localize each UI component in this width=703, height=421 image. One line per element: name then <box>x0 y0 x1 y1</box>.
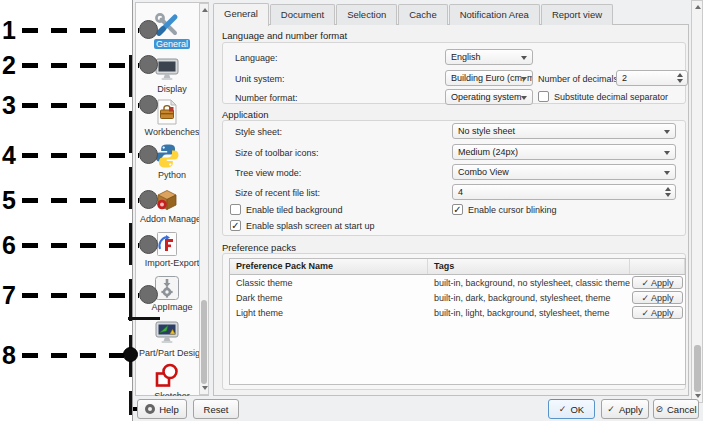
help-icon <box>145 404 155 414</box>
annotation-line <box>22 63 139 68</box>
annotation-dot <box>139 20 158 39</box>
enable-tiled-background-label: Enable tiled background <box>246 205 343 215</box>
col-header-action[interactable] <box>630 259 685 274</box>
cancel-button[interactable]: ⊘Cancel <box>653 399 699 419</box>
annotation-dot <box>123 347 138 362</box>
substitute-decimal-separator-label: Substitute decimal separator <box>554 92 668 102</box>
tree-view-mode-dropdown[interactable]: Combo View <box>452 164 676 180</box>
style-sheet-label: Style sheet: <box>235 127 282 137</box>
table-row[interactable]: Dark theme built-in, dark, background, s… <box>230 290 685 305</box>
table-row[interactable]: Classic theme built-in, background, no s… <box>230 275 685 290</box>
apply-pack-button[interactable]: ✓Apply <box>632 276 683 289</box>
apply-button[interactable]: ✓Apply <box>601 399 649 419</box>
toolbar-icon-size-label: Size of toolbar icons: <box>235 148 319 158</box>
sidebar-scrollbar-handle[interactable] <box>201 300 207 384</box>
check-icon: ✓ <box>559 404 567 414</box>
enable-tiled-background-checkbox[interactable] <box>230 204 241 215</box>
tab-document[interactable]: Document <box>270 4 335 25</box>
tab-notification-area[interactable]: Notification Area <box>449 4 540 25</box>
number-format-dropdown[interactable]: Operating system <box>445 89 533 105</box>
number-format-label: Number format: <box>235 93 298 103</box>
callout-number: 6 <box>2 232 16 258</box>
annotation-line <box>22 353 124 358</box>
enable-cursor-blinking-checkbox[interactable]: ✓ <box>452 204 463 215</box>
annotation-dot <box>139 145 158 164</box>
recent-file-list-spinner[interactable]: 4 <box>452 184 676 200</box>
col-header-name[interactable]: Preference Pack Name <box>230 259 428 274</box>
col-header-tags[interactable]: Tags <box>428 259 630 274</box>
pack-name: Light theme <box>230 308 428 318</box>
check-icon: ✓ <box>641 278 649 288</box>
tab-report-view[interactable]: Report view <box>541 4 613 25</box>
annotation-segment <box>128 317 160 320</box>
callout-number: 2 <box>2 52 16 78</box>
recent-file-list-label: Size of recent file list: <box>235 188 320 198</box>
annotation-dot <box>139 235 158 254</box>
apply-pack-button[interactable]: ✓Apply <box>632 291 683 304</box>
tab-selection[interactable]: Selection <box>336 4 397 25</box>
annotation-line <box>22 293 139 298</box>
reset-button[interactable]: Reset <box>193 399 239 419</box>
check-icon: ✓ <box>607 404 615 414</box>
annotation-dot <box>139 190 158 209</box>
section-title-preference-packs: Preference packs <box>222 242 296 253</box>
circle-square-sketch-icon[interactable] <box>153 362 181 390</box>
monitor-check-warning-icon[interactable] <box>153 318 181 346</box>
callout-number: 5 <box>2 187 16 213</box>
tab-bar: General Document Selection Cache Notific… <box>213 3 614 25</box>
pack-name: Classic theme <box>230 278 428 288</box>
section-title-language: Language and number format <box>222 30 347 41</box>
table-header-row: Preference Pack Name Tags <box>230 259 685 275</box>
unit-system-label: Unit system: <box>235 74 285 84</box>
number-of-decimals-label: Number of decimals: <box>538 74 621 84</box>
annotation-line <box>22 153 139 158</box>
annotation-line <box>22 198 139 203</box>
section-title-application: Application <box>222 109 268 120</box>
tab-general[interactable]: General <box>213 3 269 26</box>
annotation-dot <box>139 95 158 114</box>
toolbar-icon-size-dropdown[interactable]: Medium (24px) <box>452 144 676 160</box>
table-row[interactable]: Light theme built-in, light, background,… <box>230 305 685 320</box>
check-icon: ✓ <box>641 308 649 318</box>
scroll-down-icon[interactable] <box>202 386 208 390</box>
sidebar-scrollbar[interactable] <box>199 3 209 395</box>
tree-view-mode-label: Tree view mode: <box>235 168 301 178</box>
callout-number: 1 <box>2 17 16 43</box>
ok-button[interactable]: ✓OK <box>548 399 595 419</box>
language-label: Language: <box>235 53 278 63</box>
callout-number: 4 <box>2 142 16 168</box>
main-scrollbar-handle[interactable] <box>694 345 701 392</box>
tab-cache[interactable]: Cache <box>398 4 447 25</box>
screenshot-root: General Document Selection Cache Notific… <box>0 0 703 421</box>
substitute-decimal-separator-checkbox[interactable] <box>538 91 549 102</box>
main-scrollbar[interactable] <box>691 0 703 403</box>
number-of-decimals-spinner[interactable]: 2 <box>616 70 688 86</box>
annotation-line <box>22 243 139 248</box>
pack-tags: built-in, dark, background, stylesheet, … <box>428 293 630 303</box>
monitor-icon[interactable] <box>153 55 181 83</box>
pack-tags: built-in, light, background, stylesheet,… <box>428 308 630 318</box>
callout-number: 3 <box>2 92 16 118</box>
scroll-up-icon[interactable] <box>695 5 701 9</box>
pack-tags: built-in, background, no stylesheet, cla… <box>428 278 630 288</box>
cancel-icon: ⊘ <box>655 404 663 414</box>
callout-number: 8 <box>2 342 16 368</box>
enable-splash-screen-checkbox[interactable]: ✓ <box>230 220 241 231</box>
unit-system-dropdown[interactable]: Building Euro (cm, m², m³) <box>445 70 533 86</box>
callout-number: 7 <box>2 282 16 308</box>
scroll-down-icon[interactable] <box>695 394 701 398</box>
pack-name: Dark theme <box>230 293 428 303</box>
annotation-dot <box>139 285 158 304</box>
enable-splash-screen-label: Enable splash screen at start up <box>246 221 375 231</box>
enable-cursor-blinking-label: Enable cursor blinking <box>468 205 557 215</box>
annotation-line <box>22 103 139 108</box>
annotation-line <box>22 28 139 33</box>
language-dropdown[interactable]: English <box>445 49 533 65</box>
style-sheet-dropdown[interactable]: No style sheet <box>452 123 676 139</box>
check-icon: ✓ <box>641 293 649 303</box>
help-button[interactable]: Help <box>137 399 187 419</box>
apply-pack-button[interactable]: ✓Apply <box>632 306 683 319</box>
scroll-up-icon[interactable] <box>202 8 208 12</box>
annotation-dot <box>139 55 158 74</box>
preference-packs-table: Preference Pack Name Tags Classic theme … <box>229 258 686 385</box>
